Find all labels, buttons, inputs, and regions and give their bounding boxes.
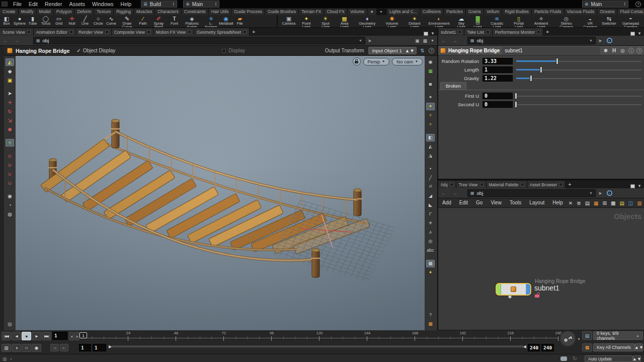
network-toolbar-icon[interactable]: ◫	[627, 200, 634, 206]
menu-item[interactable]: Assets	[65, 1, 89, 7]
shelf-tab[interactable]: Oceans	[597, 9, 617, 15]
pane-maximize-icon[interactable]	[630, 184, 635, 188]
network-menu-item[interactable]: Add	[438, 200, 455, 205]
shelf-tab[interactable]: Particle Fluids	[532, 9, 564, 15]
spinner-icon[interactable]	[624, 2, 626, 7]
selection-order-icon[interactable]: ⇅	[421, 48, 425, 53]
current-frame-field[interactable]: 1	[52, 332, 67, 340]
transport-button[interactable]: ■	[22, 332, 31, 340]
folder-tab-broken[interactable]: Broken	[440, 82, 466, 90]
network-menu-item[interactable]: Go	[472, 200, 487, 205]
shelf-tool[interactable]: ♦Geometry Light	[354, 15, 380, 27]
shelf-tool[interactable]: ∿Curve	[105, 15, 118, 27]
pin-icon[interactable]: ➤	[596, 38, 605, 43]
shelf-tab[interactable]: Collisions	[420, 9, 444, 15]
parameter-slider[interactable]	[516, 101, 641, 108]
display-option-icon[interactable]: Γ	[426, 210, 435, 218]
build-shelf-selector[interactable]: ⊞ Build	[141, 1, 177, 8]
lock-channels-icon[interactable]: ▲	[636, 334, 639, 337]
pane-tab[interactable]: Performance Monitor	[493, 28, 543, 36]
menu-item[interactable]: Windows	[89, 1, 117, 7]
pane-tab-menu[interactable]	[69, 30, 73, 34]
network-toolbar-icon[interactable]: ▩	[609, 200, 617, 206]
message-bubble-icon[interactable]	[560, 356, 567, 361]
pin-icon[interactable]: ➤	[596, 191, 605, 196]
node-name-field[interactable]: subnet1	[502, 47, 600, 54]
update-mode-dropdown[interactable]: Auto Update	[585, 355, 633, 362]
path-field[interactable]: ▦ obj ▼	[467, 37, 596, 44]
shelf-tab-menu-icon[interactable]: ▼	[377, 9, 386, 15]
shelf-tool[interactable]: ✳L-System	[203, 15, 219, 27]
pane-tab-menu[interactable]	[147, 30, 150, 34]
toolbar-icon[interactable]: ↻	[6, 108, 14, 115]
transport-button[interactable]: ▶	[32, 332, 41, 340]
pane-tab-menu[interactable]	[537, 30, 540, 34]
pane-tab[interactable]: Composite View	[112, 28, 153, 36]
checkmark-icon[interactable]: ✓	[76, 48, 80, 53]
shelf-tool[interactable]: ◈Platonic Solids	[181, 15, 203, 27]
pane-tab-menu[interactable]	[243, 30, 247, 34]
network-toolbar-icon[interactable]: ▥	[635, 200, 643, 206]
playhead[interactable]: 1	[79, 332, 87, 338]
recook-icon[interactable]: ↻	[573, 355, 577, 362]
display-option-icon[interactable]: ▦	[426, 320, 435, 328]
display-option-icon[interactable]: ✦	[426, 269, 435, 276]
display-option-icon[interactable]: ◮	[426, 152, 435, 160]
display-option-icon[interactable]: ▦	[426, 67, 435, 75]
forward-icon[interactable]: →	[449, 38, 460, 43]
network-toolbar-icon[interactable]: ✕	[567, 200, 574, 206]
display-option-icon[interactable]: ?	[426, 311, 435, 319]
slider-handle[interactable]	[515, 101, 517, 108]
node-display-flag[interactable]	[526, 284, 530, 295]
display-option-icon[interactable]: ◉	[426, 58, 435, 66]
chevron-down-icon[interactable]: ▼	[359, 39, 362, 42]
subnet1-node[interactable]	[496, 283, 531, 296]
shelf-tool[interactable]: ▰File	[233, 15, 247, 27]
node-output-connector[interactable]	[508, 295, 512, 299]
keys-channels-status[interactable]: 0 keys, 9/9 channels ▲	[593, 331, 643, 340]
new-pane-tab-button[interactable]: +	[543, 28, 551, 36]
shelf-tool[interactable]: ✎Draw Curve	[118, 15, 136, 27]
channels-icon-button[interactable]: ▤	[582, 331, 592, 340]
toolbar-icon[interactable]: ✱	[6, 126, 14, 133]
toolbar-icon[interactable]: ◭	[6, 58, 14, 66]
shelf-tab[interactable]: Model	[37, 9, 54, 15]
help-icon[interactable]: ?	[429, 48, 434, 53]
range-end-handle[interactable]: ◀	[523, 344, 526, 349]
menu-item[interactable]: Help	[117, 1, 135, 7]
network-toolbar-icon[interactable]: ▤	[618, 200, 625, 206]
lock-camera-icon[interactable]	[353, 57, 361, 65]
network-menu-item[interactable]: Help	[548, 200, 567, 205]
toolbar-icon[interactable]: ◎	[6, 320, 14, 328]
pane-tab-menu[interactable]	[27, 30, 31, 34]
shelf-tool[interactable]: ☀Spot Light	[316, 15, 335, 27]
scene-3d-view[interactable]: Persp▼ No cam▼	[16, 56, 425, 330]
shelf-tool[interactable]: ╱Line	[78, 15, 92, 27]
parameter-value-field[interactable]: 0	[482, 101, 513, 108]
scoped-channels-icon[interactable]: ▦	[582, 343, 592, 351]
transport-button[interactable]: |◀◀	[2, 332, 11, 340]
camera-selector[interactable]: No cam▼	[392, 58, 423, 65]
shelf-tool[interactable]: ◉Metaball	[219, 15, 233, 27]
shelf-tab[interactable]: Particles	[444, 9, 466, 15]
display-option-icon[interactable]: ◧	[426, 134, 435, 141]
pane-tab[interactable]: Tree View	[456, 181, 487, 188]
parameter-slider[interactable]	[516, 75, 641, 82]
network-menu-item[interactable]: Edit	[455, 200, 472, 205]
pane-tab[interactable]: Scene View	[0, 28, 34, 36]
pane-maximize-icon[interactable]	[630, 32, 635, 36]
next-key-button[interactable]: ▶|	[60, 344, 68, 351]
object-display-label[interactable]: Object Display	[83, 48, 115, 53]
shelf-tab[interactable]: Fluid Contai...	[617, 9, 644, 15]
pane-tab[interactable]: /obj	[438, 181, 456, 188]
parameter-slider[interactable]	[516, 93, 641, 99]
pane-tab[interactable]: Motion FX View	[153, 28, 194, 36]
display-option-icon[interactable]: ¹²	[426, 183, 435, 191]
toolbar-icon[interactable]: ⇲	[6, 117, 14, 124]
pane-tab-menu[interactable]	[458, 30, 461, 34]
shelf-tab[interactable]: Volume	[348, 9, 367, 15]
playbar-option-button[interactable]: ◑	[12, 344, 21, 352]
display-option-icon[interactable]: ◎	[426, 238, 435, 245]
shelf-tool[interactable]: ▯Portal Light	[509, 15, 529, 27]
timeline-ruler[interactable]: 24487296120144168192216240	[80, 330, 558, 342]
